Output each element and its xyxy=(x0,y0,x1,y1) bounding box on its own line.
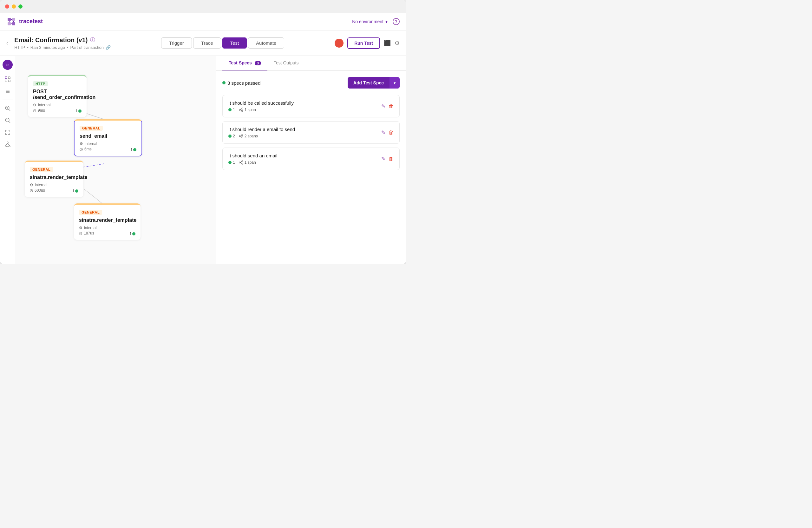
span-time-sinatra2: 187us xyxy=(84,231,94,236)
sidebar-icon-zoom-in[interactable] xyxy=(2,103,13,113)
spec-status-3 xyxy=(228,161,232,164)
sidebar-expand-button[interactable]: » xyxy=(2,60,13,70)
spec-item-1: It should be called successfully 1 1 spa… xyxy=(222,95,400,117)
spec-actions-3: ✎ 🗑 xyxy=(381,156,394,162)
nav-right: No environment ▾ ? xyxy=(352,18,400,25)
help-icon[interactable]: ? xyxy=(393,18,400,25)
delete-icon-3[interactable]: 🗑 xyxy=(389,156,394,162)
svg-rect-0 xyxy=(8,18,11,21)
span-card-send-email[interactable]: GENERAL send_email ⚙ internal ◷ 6ms 1 xyxy=(74,119,142,156)
right-panel-tabs: Test Specs 3 Test Outputs xyxy=(216,56,406,71)
span-name-http: POST/send_order_confirmation xyxy=(33,89,82,100)
trace-canvas: HTTP POST/send_order_confirmation ⚙ inte… xyxy=(15,56,216,264)
tab-test[interactable]: Test xyxy=(222,38,247,48)
svg-line-32 xyxy=(241,110,242,111)
span-status-sinatra2 xyxy=(132,232,135,236)
sidebar-icon-list[interactable] xyxy=(2,86,13,97)
spec-left-3: It should send an email 1 1 span xyxy=(228,153,277,165)
env-label: No environment xyxy=(352,19,383,24)
clock-icon-sinatra1: ◷ xyxy=(30,188,33,192)
maximize-dot[interactable] xyxy=(18,4,23,9)
svg-point-28 xyxy=(239,109,241,111)
svg-point-29 xyxy=(242,108,243,109)
minimize-dot[interactable] xyxy=(12,4,16,9)
stop-button[interactable] xyxy=(335,39,344,47)
spec-spans-label-3: 1 span xyxy=(245,160,256,165)
span-time-http: 9ms xyxy=(38,108,45,113)
tab-test-outputs[interactable]: Test Outputs xyxy=(267,56,305,70)
sidebar: » xyxy=(0,56,15,264)
back-button[interactable]: ‹ xyxy=(6,40,8,46)
spec-status-1 xyxy=(228,108,232,111)
span-count-sinatra1: 1 xyxy=(72,189,74,193)
badge-http: HTTP xyxy=(33,81,48,86)
run-test-button[interactable]: Run Test xyxy=(347,38,380,49)
spec-spans-label-1: 1 span xyxy=(245,108,256,112)
badge-general-email: GENERAL xyxy=(79,126,103,131)
svg-rect-8 xyxy=(5,77,7,79)
page-title: Email: Confirmation (v1) xyxy=(14,37,88,44)
spec-spans-2: 2 spans xyxy=(239,134,258,138)
tab-trigger[interactable]: Trigger xyxy=(161,38,192,48)
delete-icon-1[interactable]: 🗑 xyxy=(389,103,394,109)
edit-icon-1[interactable]: ✎ xyxy=(381,103,386,109)
svg-rect-10 xyxy=(5,80,7,82)
svg-rect-3 xyxy=(12,22,15,25)
svg-line-25 xyxy=(6,143,8,146)
span-internal-sinatra2: internal xyxy=(84,226,97,230)
span-status-http xyxy=(78,110,82,113)
svg-point-34 xyxy=(242,134,243,135)
svg-rect-11 xyxy=(8,80,10,82)
tab-test-specs[interactable]: Test Specs 3 xyxy=(222,56,267,70)
header-info: Email: Confirmation (v1) ⓘ HTTP • Ran 3 … xyxy=(14,37,111,50)
tab-automate[interactable]: Automate xyxy=(248,38,284,48)
spec-item-2: It should render a email to send 2 2 spa… xyxy=(222,121,400,144)
passed-indicator xyxy=(222,81,226,84)
sidebar-divider xyxy=(2,100,13,100)
info-icon[interactable]: ⓘ xyxy=(90,37,95,43)
chevron-right-icon: » xyxy=(6,62,9,68)
spec-spans-1: 1 span xyxy=(239,108,256,112)
sidebar-icon-network[interactable] xyxy=(2,139,13,149)
sidebar-icon-fit[interactable] xyxy=(2,127,13,138)
link-icon: 🔗 xyxy=(106,45,111,50)
logo-icon xyxy=(6,16,16,27)
span-card-sinatra2[interactable]: GENERAL sinatra.render_template ⚙ intern… xyxy=(74,203,141,240)
logo-text: tracetest xyxy=(19,18,43,25)
top-nav: tracetest No environment ▾ ? xyxy=(0,13,406,30)
spec-title-1: It should be called successfully xyxy=(228,100,294,106)
gear-icon-sinatra1: ⚙ xyxy=(30,183,33,187)
span-card-http[interactable]: HTTP POST/send_order_confirmation ⚙ inte… xyxy=(28,75,87,117)
delete-icon-2[interactable]: 🗑 xyxy=(389,130,394,135)
svg-rect-9 xyxy=(8,77,10,79)
add-spec-dropdown-button[interactable]: ▾ xyxy=(390,77,400,88)
specs-passed: 3 specs passed xyxy=(222,80,260,86)
right-panel: Test Specs 3 Test Outputs 3 specs passed… xyxy=(216,56,406,264)
tab-bar: Trigger Trace Test Automate xyxy=(161,38,285,48)
spec-count-1: 1 xyxy=(228,108,235,112)
svg-point-30 xyxy=(242,111,243,112)
logo-area: tracetest xyxy=(6,16,43,27)
export-icon[interactable]: ⬛ xyxy=(384,40,391,47)
close-dot[interactable] xyxy=(5,4,9,9)
svg-line-26 xyxy=(8,143,10,146)
tab-trace[interactable]: Trace xyxy=(193,38,221,48)
spec-meta-3: 1 1 span xyxy=(228,160,277,165)
svg-line-36 xyxy=(241,135,242,136)
edit-icon-2[interactable]: ✎ xyxy=(381,129,386,135)
environment-selector[interactable]: No environment ▾ xyxy=(352,19,388,24)
edit-icon-3[interactable]: ✎ xyxy=(381,156,386,162)
span-name-sinatra2: sinatra.render_template xyxy=(79,217,135,223)
main-content: » xyxy=(0,56,406,264)
sidebar-icon-zoom-out[interactable] xyxy=(2,115,13,125)
sidebar-icon-diagram[interactable] xyxy=(2,74,13,84)
settings-icon[interactable]: ⚙ xyxy=(395,40,400,47)
add-spec-button[interactable]: Add Test Spec xyxy=(348,77,390,88)
svg-line-20 xyxy=(9,122,10,123)
svg-point-23 xyxy=(5,146,6,147)
add-spec-button-group: Add Test Spec ▾ xyxy=(348,77,400,88)
chevron-down-icon: ▾ xyxy=(386,19,388,24)
svg-point-35 xyxy=(242,137,243,138)
span-card-sinatra1[interactable]: GENERAL sinatra.render_template ⚙ intern… xyxy=(25,160,84,197)
gear-icon-sinatra2: ⚙ xyxy=(79,226,83,230)
